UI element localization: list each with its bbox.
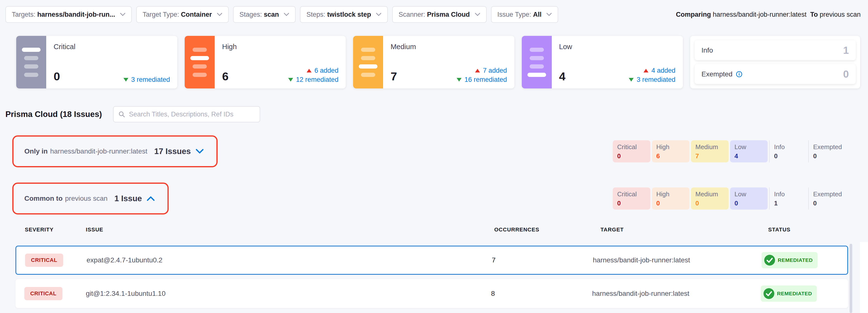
- card-title: Low: [559, 43, 572, 51]
- remediated-link[interactable]: 12 remediated: [288, 76, 339, 83]
- info-chip: Info1: [769, 187, 807, 210]
- group-prefix: Only in: [24, 147, 48, 155]
- triangle-down-icon: [123, 78, 128, 81]
- added-link[interactable]: 6 added: [307, 67, 339, 74]
- exempted-value: 0: [843, 68, 849, 80]
- remediated-link[interactable]: 3 remediated: [629, 76, 676, 83]
- filter-targets[interactable]: Targets: harness/bandit-job-run...: [5, 6, 132, 23]
- target-name: harness/bandit-job-runner:latest: [593, 256, 690, 264]
- filter-stages[interactable]: Stages: scan: [233, 6, 296, 23]
- high-chip: High0: [652, 187, 689, 210]
- comparing-target: harness/bandit-job-runner:latest: [713, 11, 807, 18]
- info-chip: Info0: [769, 140, 807, 163]
- issue-row-expat[interactable]: CRITICAL expat@2.4.7-1ubuntu0.2 7 harnes…: [16, 246, 848, 275]
- chevron-down-icon: [475, 13, 480, 16]
- filter-value: Container: [181, 11, 212, 18]
- card-count: 7: [391, 70, 397, 83]
- info-value: 1: [843, 44, 849, 56]
- low-summary-card[interactable]: Low 4 4 added 3 remediated: [522, 36, 683, 89]
- search-input[interactable]: [129, 110, 255, 118]
- vertical-scrollbar[interactable]: [849, 244, 852, 313]
- filter-value: scan: [264, 11, 279, 18]
- critical-summary-card[interactable]: Critical 0 3 remediated: [16, 36, 177, 89]
- exempted-stat-row[interactable]: Exempted 0: [695, 64, 856, 84]
- status-badge: REMEDIATED: [761, 285, 817, 302]
- chevron-down-icon: [120, 13, 125, 16]
- group-issue-count: 17 Issues: [154, 147, 191, 156]
- chevron-down-icon: [196, 149, 204, 154]
- group-issue-count: 1 Issue: [114, 194, 142, 203]
- target-name: harness/bandit-job-runner:latest: [592, 290, 689, 298]
- issue-name: git@1:2.34.1-1ubuntu1.10: [86, 290, 165, 298]
- high-summary-card[interactable]: High 6 6 added 12 remediated: [185, 36, 346, 89]
- exempted-chip: Exempted0: [808, 187, 846, 210]
- info-stat-row[interactable]: Info 1: [695, 40, 856, 60]
- medium-severity-icon: [353, 36, 383, 89]
- card-count: 6: [222, 70, 228, 83]
- column-header-issue: ISSUE: [86, 227, 103, 233]
- filter-value: twistlock step: [327, 11, 371, 18]
- group-target-name: harness/bandit-job-runner:latest: [50, 147, 147, 155]
- triangle-up-icon: [644, 69, 648, 72]
- comparing-prefix: Comparing: [676, 11, 711, 18]
- low-chip: Low0: [730, 187, 768, 210]
- card-title: Medium: [391, 43, 416, 51]
- chevron-down-icon: [376, 13, 381, 16]
- comparing-middle: To: [810, 11, 818, 18]
- filter-target-type[interactable]: Target Type: Container: [136, 6, 229, 23]
- issue-name: expat@2.4.7-1ubuntu0.2: [87, 256, 162, 264]
- only-in-group-header[interactable]: Only in harness/bandit-job-runner:latest…: [12, 135, 218, 167]
- medium-summary-card[interactable]: Medium 7 7 added 16 remediated: [353, 36, 514, 89]
- filter-label: Steps:: [306, 11, 325, 18]
- exempted-label: Exempted: [702, 70, 733, 78]
- medium-chip: Medium0: [691, 187, 728, 210]
- filter-value: All: [533, 11, 542, 18]
- common-to-group-header[interactable]: Common to previous scan 1 Issue: [12, 182, 169, 214]
- added-link[interactable]: 7 added: [475, 67, 507, 74]
- issues-table-header: SEVERITY ISSUE OCCURRENCES TARGET STATUS: [0, 227, 868, 235]
- comparing-summary: Comparing harness/bandit-job-runner:late…: [676, 11, 861, 19]
- chevron-down-icon: [284, 13, 289, 16]
- comparing-baseline: previous scan: [819, 11, 861, 18]
- only-in-severity-chips: Critical0 High6 Medium7 Low4 Info0 Exemp…: [613, 140, 847, 163]
- remediated-link[interactable]: 3 remediated: [123, 76, 170, 83]
- filter-steps[interactable]: Steps: twistlock step: [300, 6, 388, 23]
- added-link[interactable]: 4 added: [644, 67, 676, 74]
- severity-summary-row: Critical 0 3 remediated High 6 6 added 1…: [16, 36, 860, 89]
- side-panel-edge: [860, 242, 868, 313]
- check-circle-icon: [764, 254, 775, 266]
- group-target-name: previous scan: [65, 195, 108, 203]
- low-severity-icon: [522, 36, 552, 89]
- triangle-down-icon: [457, 78, 462, 81]
- column-header-severity: SEVERITY: [25, 227, 54, 233]
- info-icon[interactable]: [736, 71, 742, 77]
- card-title: Critical: [54, 43, 75, 51]
- triangle-up-icon: [307, 69, 312, 72]
- check-circle-icon: [763, 288, 775, 299]
- filter-label: Issue Type:: [497, 11, 531, 18]
- filter-value: harness/bandit-job-run...: [37, 11, 115, 18]
- medium-chip: Medium7: [691, 140, 728, 163]
- issue-row-git[interactable]: CRITICAL git@1:2.34.1-1ubuntu1.10 8 harn…: [16, 279, 848, 308]
- critical-severity-icon: [16, 36, 46, 89]
- filter-issue-type[interactable]: Issue Type: All: [491, 6, 558, 23]
- filter-label: Targets:: [12, 11, 35, 18]
- filter-label: Target Type:: [143, 11, 179, 18]
- info-exempted-card: Info 1 Exempted 0: [690, 36, 860, 89]
- severity-badge: CRITICAL: [25, 253, 63, 267]
- filter-label: Scanner:: [399, 11, 425, 18]
- triangle-down-icon: [288, 78, 293, 81]
- high-severity-icon: [185, 36, 215, 89]
- group-prefix: Common to: [24, 195, 63, 203]
- filter-bar: Targets: harness/bandit-job-run... Targe…: [5, 6, 861, 23]
- column-header-status: STATUS: [768, 227, 790, 233]
- filter-scanner[interactable]: Scanner: Prisma Cloud: [392, 6, 487, 23]
- exempted-chip: Exempted0: [808, 140, 846, 163]
- search-box: [113, 106, 260, 123]
- chevron-up-icon: [147, 196, 155, 201]
- occurrences-count: 8: [491, 290, 495, 298]
- search-icon: [119, 111, 125, 117]
- high-chip: High6: [652, 140, 689, 163]
- chevron-down-icon: [217, 13, 222, 16]
- remediated-link[interactable]: 16 remediated: [457, 76, 507, 83]
